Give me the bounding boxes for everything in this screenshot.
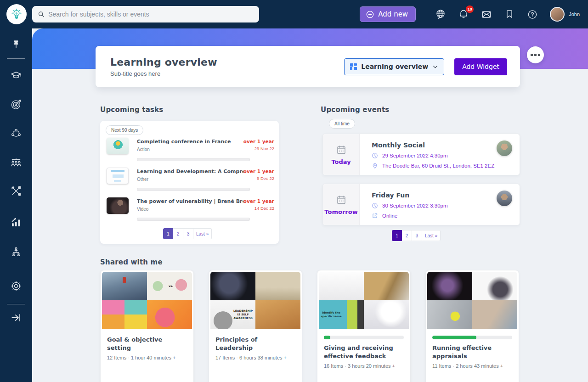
globe-icon[interactable] (435, 9, 446, 20)
tasks-pagination: 1 2 3 Last » (163, 228, 212, 239)
search-icon (38, 11, 45, 18)
location-pin-icon (372, 163, 378, 169)
course-meta: 16 Items · 3 hours 20 minutes + (324, 363, 404, 369)
page-button-1[interactable]: 1 (392, 230, 402, 241)
app-logo[interactable] (6, 4, 27, 24)
dashboard-grid-icon (350, 63, 357, 70)
more-options-button[interactable] (527, 46, 544, 63)
add-new-label: Add new (378, 10, 408, 18)
bookmark-icon[interactable] (504, 9, 515, 20)
collage-image: Identify the specific issue (319, 300, 364, 329)
task-type: Other (137, 177, 243, 182)
view-selector-label: Learning overview (361, 63, 428, 70)
page-button-2[interactable]: 2 (173, 228, 183, 239)
event-day-label: Tomorrow (324, 208, 357, 215)
app-root: Add new 10 (0, 0, 588, 382)
tools-icon[interactable] (10, 185, 22, 199)
task-thumbnail (107, 168, 129, 184)
task-type: Action (137, 147, 243, 152)
page-button-2[interactable]: 2 (402, 230, 412, 241)
navbar-actions: Add new 10 (360, 0, 580, 28)
task-row[interactable]: The power of vulnerability | Brené Brown… (107, 197, 274, 224)
external-link-icon (372, 213, 378, 219)
shared-course-card[interactable]: Identify the specific issue Giving and r… (317, 270, 411, 382)
course-meta: 11 Items · 2 hours 43 minutes + (432, 363, 512, 369)
people-circle-icon[interactable] (10, 127, 22, 141)
event-card[interactable]: Today Monthly Social 29 September 2022 4… (322, 134, 520, 175)
course-thumbnail-collage: LEADERSHIP IS SELF AWARENESS (210, 272, 300, 329)
notifications-bell-icon[interactable]: 10 (458, 9, 469, 20)
task-due-status: over 1 year (243, 198, 274, 204)
page-button-last[interactable]: Last » (193, 228, 212, 239)
page-header-card: Learning overview Sub-title goes here Le… (96, 46, 520, 87)
task-due-date: 9 Dec 22 (243, 176, 274, 181)
task-row[interactable]: Completing conference in France Action o… (107, 138, 274, 164)
add-widget-button[interactable]: Add Widget (454, 58, 507, 75)
shared-heading: Shared with me (100, 258, 163, 266)
course-title: Principles of Leadership (215, 336, 295, 352)
collapse-arrow-icon[interactable] (10, 312, 22, 326)
shared-course-card[interactable]: LEADERSHIP IS SELF AWARENESS Principles … (209, 270, 302, 382)
event-organizer-avatar (497, 140, 512, 156)
task-progress-bar (137, 188, 250, 191)
collage-image (427, 300, 472, 329)
task-due-date: 29 Nov 22 (243, 146, 274, 151)
tasks-filter-pill[interactable]: Next 90 days (106, 125, 143, 135)
gear-icon[interactable] (10, 280, 23, 294)
search-input[interactable] (48, 11, 254, 18)
task-due-status: over 1 year (243, 169, 274, 174)
page-button-last[interactable]: Last » (422, 230, 441, 241)
view-selector-dropdown[interactable]: Learning overview (344, 58, 444, 75)
collage-image (472, 300, 517, 329)
course-meta: 17 Items · 6 hours 38 minutes + (215, 355, 295, 360)
collage-image (147, 300, 192, 329)
collage-image (364, 300, 409, 329)
chart-icon[interactable] (10, 216, 23, 230)
task-thumbnail (107, 197, 129, 214)
chevron-down-icon (432, 64, 438, 70)
upcoming-tasks-widget: Next 90 days Completing conference in Fr… (100, 121, 279, 244)
event-card[interactable]: Tomorrow Friday Fun 30 September 2022 3:… (322, 184, 520, 225)
course-progress-fill (432, 336, 476, 339)
page-button-1[interactable]: 1 (163, 228, 173, 239)
course-progress-bar (432, 336, 512, 339)
add-new-button[interactable]: Add new (360, 6, 416, 22)
user-avatar (550, 7, 565, 22)
page-button-3[interactable]: 3 (183, 228, 193, 239)
task-due-status: over 1 year (243, 139, 274, 144)
target-icon[interactable] (10, 98, 23, 112)
task-title: Learning and Development: A Comprehensiv… (137, 169, 243, 174)
collage-image (255, 272, 300, 300)
collage-image (102, 272, 147, 300)
collage-image (255, 300, 300, 329)
shared-course-card[interactable]: Running effective appraisals 11 Items · … (425, 270, 519, 382)
clock-icon (372, 202, 378, 209)
team-icon[interactable] (10, 156, 23, 170)
shared-course-card[interactable]: vs. Goal & objective setting 12 Items · … (100, 270, 194, 382)
user-menu[interactable]: John (550, 7, 580, 22)
event-day-label: Today (331, 158, 351, 165)
pushpin-icon[interactable] (11, 39, 21, 51)
mail-icon[interactable] (481, 9, 492, 20)
notification-badge: 10 (466, 6, 474, 13)
task-row[interactable]: Learning and Development: A Comprehensiv… (107, 168, 274, 194)
collage-image: vs. (147, 272, 192, 300)
hierarchy-icon[interactable] (10, 246, 22, 259)
event-location: Online (382, 213, 397, 219)
course-meta: 12 Items · 1 hour 40 minutes + (107, 355, 187, 360)
page-button-3[interactable]: 3 (412, 230, 422, 241)
event-location: The Doodle Bar, 60 Druid St., London, SE… (382, 163, 494, 169)
graduation-cap-icon[interactable] (10, 69, 22, 83)
task-progress-bar (137, 218, 250, 221)
events-filter-pill[interactable]: All time (329, 119, 355, 129)
course-progress-bar (324, 336, 404, 339)
event-day-panel: Tomorrow (323, 184, 360, 225)
sidebar-divider (7, 304, 25, 304)
plus-circle-icon (366, 10, 374, 19)
page-title: Learning overview (110, 56, 217, 68)
calendar-icon (336, 194, 347, 205)
task-title: The power of vulnerability | Brené Brown (137, 198, 243, 204)
help-icon[interactable] (527, 9, 538, 20)
event-datetime: 29 September 2022 4:30pm (382, 153, 448, 158)
collage-image (319, 272, 364, 300)
